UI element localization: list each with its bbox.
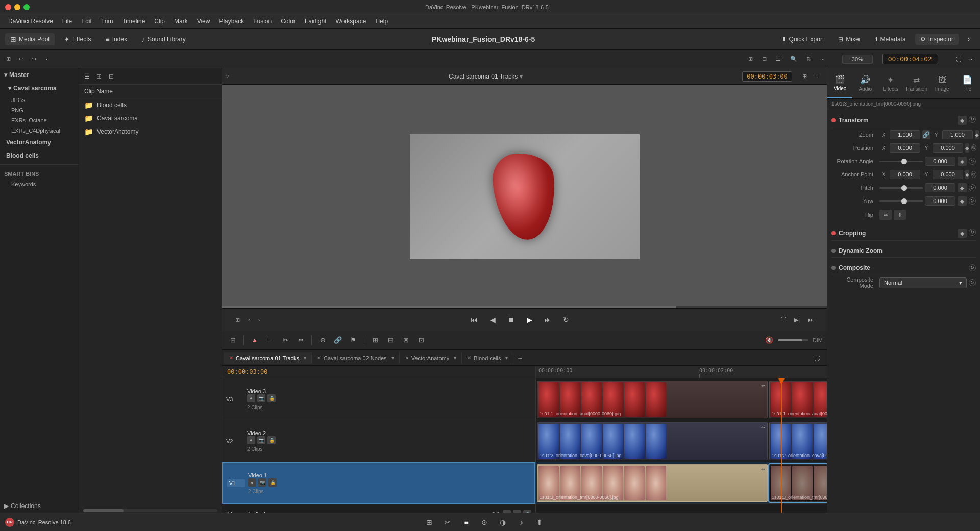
zoom-link-btn[interactable]: 🔗 xyxy=(922,130,930,139)
metadata-button[interactable]: ℹ Metadata xyxy=(870,34,911,45)
track-selector[interactable]: Caval sarcoma 01 Tracks ▾ xyxy=(449,73,523,80)
caval-sarcoma-header[interactable]: ▾ Caval sarcoma xyxy=(0,82,79,95)
track-v2-link[interactable]: 🔒 xyxy=(267,436,276,444)
sound-library-button[interactable]: ♪ Sound Library xyxy=(136,33,191,45)
sidebar-item-keywords[interactable]: Keywords xyxy=(0,179,79,189)
audio-vol-slider[interactable] xyxy=(778,339,808,341)
play-button[interactable]: ▶ xyxy=(522,313,536,327)
collections-item[interactable]: ▶ Collections xyxy=(0,499,79,513)
view-list-button[interactable]: ⊞ xyxy=(745,54,756,64)
menu-workspace[interactable]: Workspace xyxy=(332,16,371,27)
yaw-slider[interactable] xyxy=(879,200,923,202)
play-reverse-button[interactable]: ◀ xyxy=(485,313,500,327)
quick-export-button[interactable]: ⬆ Quick Export xyxy=(776,34,829,45)
timeline-tab-vector[interactable]: ✕ VectorAnatomy ▾ xyxy=(400,352,462,364)
media-grid-btn[interactable]: ⊞ xyxy=(93,71,105,82)
rotation-knob[interactable] xyxy=(901,159,907,164)
sidebar-item-png[interactable]: PNG xyxy=(0,105,79,115)
stop-button[interactable]: ⏹ xyxy=(504,313,518,327)
bin-item-caval[interactable]: 📁 Caval sarcoma xyxy=(79,112,222,125)
track-v3-enable[interactable]: ● xyxy=(247,394,255,402)
position-keyframe-btn[interactable]: ◆ xyxy=(965,143,969,153)
position-y-value[interactable]: 0.000 xyxy=(933,143,963,153)
menu-timeline[interactable]: Timeline xyxy=(118,16,149,27)
dynamic-zoom-header[interactable]: Dynamic Zoom xyxy=(831,245,976,258)
clip-v2-1[interactable]: 1s01t2_orientation_cava[0000-0060].jpg ⇔ xyxy=(537,422,768,460)
inspector-tab-effects[interactable]: ✦ Effects xyxy=(878,68,903,98)
timeline-fullscreen-btn[interactable]: ⛶ xyxy=(811,353,823,363)
track-v3-link[interactable]: 🔒 xyxy=(267,394,276,402)
tab-close-icon-2[interactable]: ✕ xyxy=(317,355,321,361)
link-btn[interactable]: 🔗 xyxy=(331,334,345,347)
preview-timecode[interactable]: 00:00:03:00 xyxy=(742,71,792,82)
pitch-value[interactable]: 0.000 xyxy=(925,183,955,192)
pitch-reset-btn[interactable]: ↻ xyxy=(969,184,976,191)
rotation-keyframe-btn[interactable]: ◆ xyxy=(958,157,967,166)
minimize-button[interactable] xyxy=(14,4,20,10)
transform-keyframe-btn[interactable]: ◆ xyxy=(958,116,967,125)
menu-help[interactable]: Help xyxy=(371,16,392,27)
tab-close-icon-1[interactable]: ✕ xyxy=(229,355,233,361)
tab-close-icon-3[interactable]: ✕ xyxy=(405,355,409,361)
media-page-btn[interactable]: ⊞ xyxy=(422,515,436,529)
index-button[interactable]: ≡ Index xyxy=(101,33,133,45)
view-grid-button[interactable]: ⊟ xyxy=(759,54,770,64)
viewer-mode-btn[interactable]: ⊞ xyxy=(232,315,243,325)
track-v1-link[interactable]: 🔒 xyxy=(268,478,277,487)
media-pool-button[interactable]: ⊞ Media Pool xyxy=(5,33,55,45)
inspector-tab-transition[interactable]: ⇄ Transition xyxy=(903,68,929,98)
selection-tool-btn[interactable]: ▲ xyxy=(248,334,261,347)
anchor-reset-btn[interactable]: ↻ xyxy=(971,171,976,178)
composite-header[interactable]: Composite ↻ xyxy=(831,262,976,274)
blood-cells-header[interactable]: Blood cells xyxy=(0,149,79,162)
media-list-btn[interactable]: ☰ xyxy=(81,71,92,82)
inspector-tab-video[interactable]: 🎬 Video xyxy=(827,68,852,98)
undo-button[interactable]: ↩ xyxy=(16,54,27,64)
maximize-button[interactable] xyxy=(23,4,30,10)
clip-v2-2[interactable]: 1s01t2_orientation_cava[0000-0060].png ⇔ xyxy=(769,422,827,460)
master-section-header[interactable]: ▾ Master xyxy=(0,68,79,82)
menu-playback[interactable]: Playback xyxy=(215,16,248,27)
clip-v3-2[interactable]: 1s01t1_orientation_anat[0000-0060].png ⇔ xyxy=(769,381,827,418)
mixer-button[interactable]: ⊟ Mixer xyxy=(833,34,866,45)
cropping-header[interactable]: Cropping ◆ ↻ xyxy=(831,226,976,241)
search-button[interactable]: 🔍 xyxy=(787,54,800,64)
rotation-slider[interactable] xyxy=(879,161,923,162)
timeline-tab-caval-02[interactable]: ✕ Caval sarcoma 02 Nodes ▾ xyxy=(312,352,400,364)
transform-header[interactable]: Transform ◆ ↻ xyxy=(831,113,976,128)
cropping-keyframe-btn[interactable]: ◆ xyxy=(958,229,967,238)
yaw-value[interactable]: 0.000 xyxy=(925,196,955,206)
sidebar-item-jpgs[interactable]: JPGs xyxy=(0,95,79,105)
menu-edit[interactable]: Edit xyxy=(77,16,96,27)
timeline-monitor-btn[interactable]: ⊞ xyxy=(226,334,239,347)
bin-item-vector[interactable]: 📁 VectorAnatomy xyxy=(79,125,222,138)
go-to-end-button[interactable]: ⏭ xyxy=(541,313,555,327)
track-v2-enable[interactable]: ● xyxy=(247,436,255,444)
slip-tool-btn[interactable]: ⇔ xyxy=(294,334,307,347)
track-v3-camera[interactable]: 📷 xyxy=(257,394,265,402)
preview-option-btn2[interactable]: ··· xyxy=(812,71,823,81)
menu-trim[interactable]: Trim xyxy=(97,16,117,27)
composite-mode-reset[interactable]: ↻ xyxy=(969,279,976,286)
fairlight-page-btn[interactable]: ♪ xyxy=(514,515,528,529)
insert-mode-btn[interactable]: ⊞ xyxy=(369,334,382,347)
sidebar-item-exrs-octane[interactable]: EXRs_Octane xyxy=(0,115,79,125)
rotation-reset-btn[interactable]: ↻ xyxy=(969,158,976,165)
zoom-level[interactable]: 30% xyxy=(842,55,873,64)
add-timeline-button[interactable]: + xyxy=(513,351,526,365)
vector-anatomy-header[interactable]: VectorAnatomy xyxy=(0,136,79,149)
clip-v1-1[interactable]: 1s01t3_orientation_tmr[0000-0060].jpg ⇔ xyxy=(537,464,768,502)
go-to-start-button[interactable]: ⏮ xyxy=(467,313,481,327)
rotation-value[interactable]: 0.000 xyxy=(925,157,955,166)
inspector-tab-image[interactable]: 🖼 Image xyxy=(929,68,954,98)
track-v1-camera[interactable]: 📷 xyxy=(258,478,266,487)
tab-dropdown-4[interactable]: ▾ xyxy=(505,355,508,361)
tab-dropdown-3[interactable]: ▾ xyxy=(454,355,456,361)
fullscreen-preview-btn[interactable]: ⛶ xyxy=(777,315,789,324)
close-button[interactable] xyxy=(5,4,11,10)
last-frame-btn[interactable]: ⏭ xyxy=(805,315,817,324)
inspector-tab-audio[interactable]: 🔊 Audio xyxy=(852,68,877,98)
pitch-slider[interactable] xyxy=(879,187,923,189)
fullscreen-button[interactable]: ⛶ xyxy=(952,55,964,64)
color-page-btn[interactable]: ◑ xyxy=(496,515,510,529)
